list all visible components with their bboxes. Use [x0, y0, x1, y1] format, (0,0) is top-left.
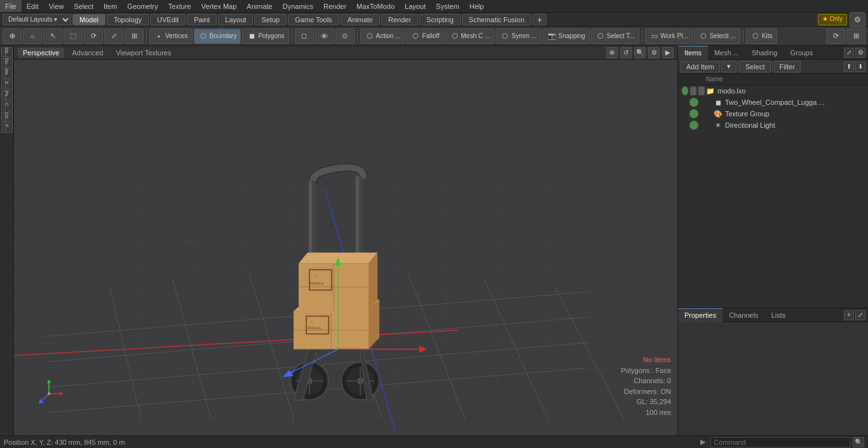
- layout-tab-model[interactable]: Model: [72, 14, 105, 25]
- command-search-btn[interactable]: 🔍: [853, 437, 864, 447]
- tool-transform[interactable]: ⊞: [125, 29, 144, 44]
- item-texture-group[interactable]: 🎨 Texture Group: [678, 108, 868, 119]
- sidebar-f[interactable]: F...: [1, 123, 13, 133]
- eye-icon-luggage[interactable]: [689, 98, 698, 107]
- eye-icon3[interactable]: [698, 86, 705, 95]
- menu-view[interactable]: View: [44, 0, 69, 12]
- tool-box[interactable]: ⬚: [64, 29, 83, 44]
- layout-tab-uvedit[interactable]: UVEdit: [150, 14, 186, 25]
- props-tab-channels[interactable]: Channels: [722, 308, 764, 322]
- tool-arrow[interactable]: ↖: [43, 29, 62, 44]
- menu-animate[interactable]: Animate: [241, 0, 277, 12]
- visibility-btn[interactable]: 👁: [315, 29, 334, 44]
- sidebar-c[interactable]: C...: [1, 101, 13, 111]
- items-expand-btn[interactable]: ⬆: [844, 62, 854, 72]
- polygons-btn[interactable]: ◼ Polygons: [242, 29, 288, 44]
- layout-tab-render[interactable]: Render: [381, 14, 418, 25]
- command-input[interactable]: [710, 437, 850, 447]
- props-tab-properties[interactable]: Properties: [678, 308, 722, 322]
- items-tab-shading[interactable]: Shading: [745, 46, 783, 60]
- tool-circle[interactable]: ○: [23, 29, 42, 44]
- menu-item[interactable]: Item: [98, 0, 122, 12]
- vp-tab-advanced[interactable]: Advanced: [67, 48, 108, 58]
- sidebar-de[interactable]: De...: [1, 47, 13, 57]
- layout-tab-setup[interactable]: Setup: [254, 14, 287, 25]
- eye-icon-texture[interactable]: [689, 109, 698, 118]
- falloff-btn[interactable]: ⬡ Falloff: [406, 29, 444, 44]
- kits-btn[interactable]: ⬡ Kits: [746, 29, 777, 44]
- sidebar-uv[interactable]: UV...: [1, 112, 13, 122]
- menu-select[interactable]: Select: [69, 0, 98, 12]
- settings-button[interactable]: ⚙: [850, 12, 865, 27]
- render-mode-btn[interactable]: ⊙: [336, 29, 355, 44]
- vp-ctrl-move[interactable]: ⊕: [606, 47, 618, 58]
- boundary-btn[interactable]: ⬡ Boundary: [194, 29, 241, 44]
- items-collapse-btn[interactable]: ⬇: [855, 62, 865, 72]
- meshcomp-btn[interactable]: ⬡ Mesh C ...: [445, 29, 495, 44]
- props-expand-btn[interactable]: ⤢: [855, 310, 865, 320]
- layout-tab-paint[interactable]: Paint: [187, 14, 217, 25]
- filter-btn[interactable]: Filter: [774, 61, 801, 72]
- layout-tab-add[interactable]: +: [532, 14, 546, 25]
- action-btn[interactable]: ⬡ Action ...: [360, 29, 405, 44]
- items-tab-settings[interactable]: ⚙: [855, 48, 865, 58]
- tool-scale[interactable]: ⤢: [104, 29, 123, 44]
- items-tab-groups[interactable]: Groups: [783, 46, 819, 60]
- layout-tab-schematicfusion[interactable]: Schematic Fusion: [462, 14, 531, 25]
- vp-tab-perspective[interactable]: Perspective: [18, 48, 64, 58]
- mesh-type-btn[interactable]: ◻: [295, 29, 314, 44]
- layout-tab-gametools[interactable]: Game Tools: [288, 14, 339, 25]
- items-tab-expand[interactable]: ⤢: [844, 48, 854, 58]
- workplane-btn[interactable]: ▭ Work Pl...: [645, 29, 693, 44]
- menu-layout[interactable]: Layout: [400, 0, 431, 12]
- eye-icon2[interactable]: [690, 86, 696, 95]
- eye-icon-light[interactable]: [689, 121, 698, 130]
- vp-ctrl-play[interactable]: ▶: [662, 47, 674, 58]
- item-modo-lxo[interactable]: 📁 modo.lxo: [678, 85, 868, 97]
- menu-edit[interactable]: Edit: [22, 0, 44, 12]
- props-tab-lists[interactable]: Lists: [765, 308, 792, 322]
- menu-system[interactable]: System: [431, 0, 465, 12]
- vp-ctrl-settings[interactable]: ⚙: [648, 47, 660, 58]
- sidebar-pol[interactable]: Po...: [1, 90, 13, 100]
- default-layouts-select[interactable]: Default Layouts ▾: [3, 14, 71, 25]
- layout-tab-layout[interactable]: Layout: [218, 14, 253, 25]
- vp-tab-textures[interactable]: Viewport Textures: [111, 48, 176, 58]
- items-tab-items[interactable]: Items: [678, 46, 708, 60]
- vp-ctrl-zoom[interactable]: 🔍: [634, 47, 646, 58]
- menu-help[interactable]: Help: [465, 0, 489, 12]
- symmetry-btn[interactable]: ⬡ Symm ...: [496, 29, 541, 44]
- eye-icon[interactable]: [682, 86, 688, 95]
- menu-texture[interactable]: Texture: [163, 0, 196, 12]
- tool-globe[interactable]: ⊕: [3, 29, 22, 44]
- viewport-layout-btn[interactable]: ⟳: [826, 29, 845, 44]
- snapping-btn[interactable]: 📷 Snapping: [543, 29, 590, 44]
- sidebar-e[interactable]: E...: [1, 79, 13, 90]
- menu-vertexmap[interactable]: Vertex Map: [196, 0, 242, 12]
- vp-ctrl-rotate[interactable]: ↺: [620, 47, 632, 58]
- menu-maxtomodo[interactable]: MaxToModo: [351, 0, 400, 12]
- layout-tab-animate[interactable]: Animate: [341, 14, 380, 25]
- selecttype-btn[interactable]: ⬡ Select T...: [591, 29, 639, 44]
- add-item-btn[interactable]: Add Item: [681, 61, 720, 72]
- layout-tab-scripting[interactable]: Scripting: [419, 14, 461, 25]
- menu-render[interactable]: Render: [318, 0, 351, 12]
- props-add-btn[interactable]: +: [844, 310, 854, 320]
- menu-geometry[interactable]: Geometry: [122, 0, 163, 12]
- layout-tab-topology[interactable]: Topology: [107, 14, 149, 25]
- menu-dynamics[interactable]: Dynamics: [278, 0, 318, 12]
- sidebar-mesh[interactable]: Me...: [1, 69, 13, 79]
- vertices-btn[interactable]: • Vertices: [149, 29, 193, 44]
- star-only-button[interactable]: ★ Only: [818, 14, 847, 25]
- menu-file[interactable]: File: [0, 0, 22, 12]
- item-directional-light[interactable]: ☀ Directional Light: [678, 119, 868, 131]
- add-item-dropdown[interactable]: ▾: [721, 61, 736, 72]
- select-btn[interactable]: Select: [740, 61, 771, 72]
- sidebar-dup[interactable]: Du...: [1, 58, 13, 68]
- scene-area[interactable]: ↑↑ FRAGILE ↑↑ FRAGILE: [14, 60, 677, 435]
- items-tab-mesh[interactable]: Mesh ...: [708, 46, 745, 60]
- tool-rotate[interactable]: ⟳: [84, 29, 103, 44]
- selection-btn[interactable]: ⬡ Selecti ...: [694, 29, 740, 44]
- viewport-split-btn[interactable]: ⊞: [846, 29, 865, 44]
- item-luggage[interactable]: ◼ Two_Wheel_Compact_Lugga ...: [678, 97, 868, 108]
